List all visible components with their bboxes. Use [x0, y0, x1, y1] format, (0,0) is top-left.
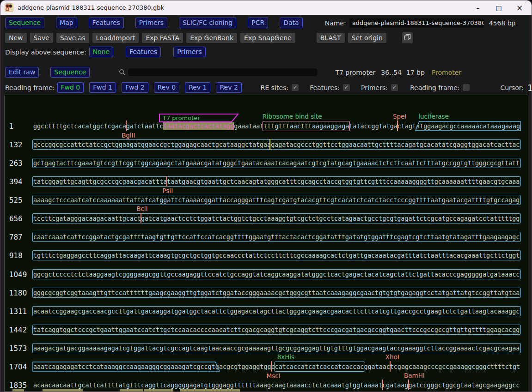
line-number: 263 [9, 160, 23, 168]
toolbar-button-exp-genbank[interactable]: Exp GenBank [186, 33, 237, 43]
restriction-site-tick[interactable] [408, 380, 409, 390]
checkbox-primers-[interactable]: ✓ [391, 84, 398, 91]
toolbar-button-exp-snapgene[interactable]: Exp SnapGene [240, 33, 295, 43]
checkbox-label-features-: Features: [310, 84, 340, 91]
minimize-icon[interactable]: – [474, 4, 482, 12]
reading-frame-label: Reading frame: [5, 84, 55, 91]
checkbox-re-sites-[interactable]: ✓ [292, 84, 299, 91]
sequence-text[interactable]: ggccttttgctcacatggctcgacagatctaattc [33, 122, 163, 130]
restriction-site-tick[interactable] [382, 380, 383, 390]
toolbar-button-save-as[interactable]: Save as [56, 33, 89, 43]
restriction-site-label: MscI [267, 372, 281, 380]
file-toolbar: NewSaveSave asLoad/ImportExp FASTAExp Ge… [5, 32, 413, 43]
checkbox-features-[interactable]: ✓ [343, 84, 350, 91]
copy-button[interactable] [402, 32, 413, 43]
frame-button-rev-2[interactable]: Rev 2 [216, 82, 241, 93]
feature-label: 8xHis [277, 353, 295, 361]
line-number: 1311 [9, 308, 27, 316]
feature-label: Ribosome bind site [262, 113, 322, 120]
text-cursor [269, 139, 270, 150]
restriction-site-label: SpeI [393, 113, 406, 120]
display-option-features[interactable]: Features [126, 47, 161, 57]
sequence-panel[interactable]: 1ggccttttgctcacatggctcgacagatctaattctaat… [4, 95, 528, 392]
feature-info-length: 17 bp [406, 69, 425, 76]
set-origin-button[interactable]: Set origin [348, 33, 386, 43]
feature-box [32, 250, 521, 260]
tab-map[interactable]: Map [56, 18, 77, 28]
restriction-site-label: BclI [136, 205, 147, 212]
frame-row: Reading frame: Fwd 0Fwd 1Fwd 2Rev 0Rev 1… [5, 82, 532, 93]
checkbox-label-primers-: Primers: [361, 84, 388, 91]
tab-data[interactable]: Data [280, 18, 302, 28]
feature-box [32, 195, 521, 205]
line-number: 525 [9, 197, 23, 205]
checkbox-label-re-sites-: RE sites: [261, 84, 288, 91]
view-tabs: SequenceMapFeaturesPrimersSLIC/FC clonin… [5, 18, 303, 28]
tab-pcr[interactable]: PCR [248, 18, 268, 28]
feature-box [32, 306, 521, 316]
frame-buttons: Fwd 0Fwd 1Fwd 2Rev 0Rev 1Rev 2 [57, 82, 242, 93]
edit-button-sequence[interactable]: Sequence [50, 67, 90, 78]
sequence-text[interactable]: acaacaacaattgcattcattttatgtttcaggttcaggg… [33, 381, 520, 389]
sequence-text[interactable]: gaaataat [234, 122, 263, 130]
restriction-site-tick[interactable] [126, 121, 127, 131]
restriction-site-label: XhoI [385, 353, 399, 361]
frame-button-fwd-2[interactable]: Fwd 2 [122, 82, 148, 93]
frame-button-rev-1[interactable]: Rev 1 [185, 82, 210, 93]
feature-box [32, 232, 521, 242]
feature-box [32, 139, 521, 150]
toolbar-button-new[interactable]: New [5, 33, 27, 43]
next-row-highlight [120, 389, 143, 392]
cursor-label: Cursor: [500, 84, 524, 91]
tab-primers[interactable]: Primers [135, 18, 167, 28]
line-number: 1 [9, 123, 14, 131]
name-input[interactable]: addgene-plasmid-188311-sequence-370380 [349, 18, 484, 28]
sequence-text[interactable]: tataccggtatgactagt [349, 122, 416, 130]
frame-button-fwd-0[interactable]: Fwd 0 [57, 82, 84, 93]
checkbox-reading-frame-[interactable] [463, 84, 470, 91]
sequence-text[interactable]: acgcgtggaggtggc [219, 363, 275, 371]
maximize-icon[interactable]: □ [495, 4, 502, 12]
display-option-none[interactable]: None [89, 47, 114, 57]
copy-icon [404, 34, 411, 41]
line-number: 1573 [9, 345, 27, 353]
frame-button-fwd-1[interactable]: Fwd 1 [89, 82, 116, 93]
edit-row: Edit rawSequence T7 promoter 36..54 17 b… [5, 67, 461, 78]
sequence-text[interactable]: ggataactcgagcaaagcccgccgaaaggcgggcttttct… [364, 363, 520, 371]
toolbar-button-load-import[interactable]: Load/Import [92, 33, 139, 43]
edit-buttons: Edit rawSequence [5, 67, 90, 78]
close-icon[interactable]: × [516, 3, 523, 12]
restriction-site-label: PsiI [162, 187, 173, 194]
feature-box [274, 362, 365, 372]
feature-box [32, 288, 521, 298]
cds-start-box [415, 121, 521, 131]
file-buttons: NewSaveSave asLoad/ImportExp FASTAExp Ge… [5, 33, 295, 43]
restriction-site-tick[interactable] [271, 361, 272, 372]
line-number: 787 [9, 234, 23, 241]
sequence-text[interactable]: taatacgactcactatagg [163, 122, 234, 130]
edit-button-edit-raw[interactable]: Edit raw [5, 67, 39, 78]
tab-slic-fc-cloning[interactable]: SLIC/FC cloning [179, 18, 236, 28]
feature-info-type: Promoter [432, 69, 461, 76]
feature-box [32, 158, 521, 168]
rbs-feature-box [263, 121, 350, 131]
tab-sequence[interactable]: Sequence [5, 18, 44, 28]
line-number: 1049 [9, 271, 27, 279]
titlebar: addgene-plasmid-188311-sequence-370380.g… [0, 0, 532, 15]
tab-features[interactable]: Features [89, 18, 124, 28]
restriction-site-tick[interactable] [390, 361, 391, 372]
toolbar-button-exp-fasta[interactable]: Exp FASTA [142, 33, 183, 43]
feature-info-name: T7 promoter [335, 69, 375, 76]
search-input[interactable] [128, 68, 318, 76]
frame-button-rev-0[interactable]: Rev 0 [154, 82, 179, 93]
line-number: 1180 [9, 289, 27, 297]
cursor-value: 195 [527, 83, 532, 93]
restriction-site-tick[interactable] [397, 121, 398, 131]
view-tab-row: SequenceMapFeaturesPrimersSLIC/FC clonin… [5, 18, 516, 28]
blast-button[interactable]: BLAST [317, 33, 345, 43]
display-option-primers[interactable]: Primers [173, 47, 205, 57]
line-number: 1442 [9, 326, 27, 334]
toolbar-button-save[interactable]: Save [30, 33, 53, 43]
restriction-site-tick[interactable] [166, 176, 167, 187]
restriction-site-tick[interactable] [141, 213, 141, 223]
